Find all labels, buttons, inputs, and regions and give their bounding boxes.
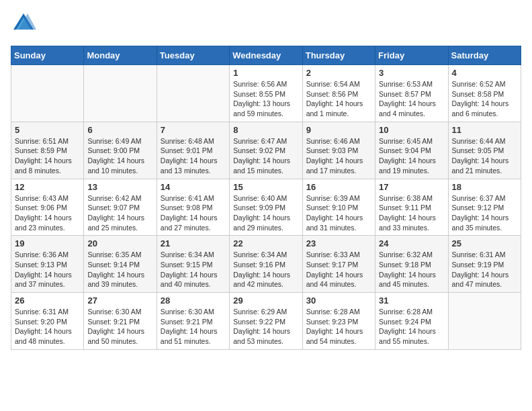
day-info: Sunrise: 6:38 AM Sunset: 9:11 PM Dayligh…	[379, 193, 444, 233]
calendar-cell: 3Sunrise: 6:53 AM Sunset: 8:57 PM Daylig…	[375, 65, 448, 122]
day-number: 28	[161, 295, 226, 306]
day-info: Sunrise: 6:56 AM Sunset: 8:55 PM Dayligh…	[233, 79, 298, 119]
day-info: Sunrise: 6:30 AM Sunset: 9:21 PM Dayligh…	[87, 307, 152, 347]
calendar-cell: 1Sunrise: 6:56 AM Sunset: 8:55 PM Daylig…	[230, 65, 302, 122]
column-header-friday: Friday	[375, 46, 448, 65]
day-info: Sunrise: 6:41 AM Sunset: 9:08 PM Dayligh…	[161, 193, 226, 233]
calendar-week-row: 19Sunrise: 6:36 AM Sunset: 9:13 PM Dayli…	[11, 236, 521, 293]
calendar-cell: 24Sunrise: 6:32 AM Sunset: 9:18 PM Dayli…	[375, 236, 448, 293]
day-info: Sunrise: 6:51 AM Sunset: 8:59 PM Dayligh…	[15, 136, 80, 176]
day-number: 2	[306, 68, 371, 78]
day-info: Sunrise: 6:39 AM Sunset: 9:10 PM Dayligh…	[306, 193, 371, 233]
calendar-cell: 26Sunrise: 6:31 AM Sunset: 9:20 PM Dayli…	[11, 293, 84, 350]
column-header-monday: Monday	[84, 46, 157, 65]
day-number: 10	[379, 125, 444, 135]
day-number: 24	[379, 238, 444, 248]
column-header-tuesday: Tuesday	[157, 46, 229, 65]
calendar-header-row: SundayMondayTuesdayWednesdayThursdayFrid…	[11, 46, 521, 65]
day-number: 31	[379, 295, 444, 306]
calendar-cell: 17Sunrise: 6:38 AM Sunset: 9:11 PM Dayli…	[375, 179, 448, 236]
day-number: 6	[87, 125, 152, 135]
day-number: 16	[306, 182, 371, 192]
logo-icon	[11, 11, 36, 36]
day-number: 15	[233, 182, 298, 192]
calendar-week-row: 1Sunrise: 6:56 AM Sunset: 8:55 PM Daylig…	[11, 65, 521, 122]
day-number: 29	[233, 295, 298, 306]
calendar-cell: 15Sunrise: 6:40 AM Sunset: 9:09 PM Dayli…	[230, 179, 302, 236]
calendar-body: 1Sunrise: 6:56 AM Sunset: 8:55 PM Daylig…	[11, 65, 521, 350]
day-number: 3	[379, 68, 444, 78]
day-info: Sunrise: 6:31 AM Sunset: 9:19 PM Dayligh…	[452, 250, 517, 289]
calendar-cell: 31Sunrise: 6:28 AM Sunset: 9:24 PM Dayli…	[375, 293, 448, 350]
day-info: Sunrise: 6:37 AM Sunset: 9:12 PM Dayligh…	[452, 193, 517, 233]
day-info: Sunrise: 6:53 AM Sunset: 8:57 PM Dayligh…	[379, 79, 444, 119]
day-info: Sunrise: 6:54 AM Sunset: 8:56 PM Dayligh…	[306, 79, 371, 119]
day-info: Sunrise: 6:33 AM Sunset: 9:17 PM Dayligh…	[306, 250, 371, 289]
calendar-cell: 27Sunrise: 6:30 AM Sunset: 9:21 PM Dayli…	[84, 293, 157, 350]
day-info: Sunrise: 6:42 AM Sunset: 9:07 PM Dayligh…	[87, 193, 152, 233]
day-number: 26	[15, 295, 80, 306]
calendar-cell: 2Sunrise: 6:54 AM Sunset: 8:56 PM Daylig…	[302, 65, 375, 122]
day-number: 19	[15, 238, 80, 248]
calendar-cell: 4Sunrise: 6:52 AM Sunset: 8:58 PM Daylig…	[448, 65, 521, 122]
calendar-cell	[448, 293, 521, 350]
day-info: Sunrise: 6:29 AM Sunset: 9:22 PM Dayligh…	[233, 307, 298, 347]
day-number: 22	[233, 238, 298, 248]
day-info: Sunrise: 6:52 AM Sunset: 8:58 PM Dayligh…	[452, 79, 517, 119]
day-number: 27	[87, 295, 152, 306]
day-info: Sunrise: 6:49 AM Sunset: 9:00 PM Dayligh…	[87, 136, 152, 176]
day-number: 8	[233, 125, 298, 135]
day-number: 21	[161, 238, 226, 248]
calendar-cell	[157, 65, 229, 122]
column-header-saturday: Saturday	[448, 46, 521, 65]
day-info: Sunrise: 6:48 AM Sunset: 9:01 PM Dayligh…	[161, 136, 226, 176]
calendar-week-row: 12Sunrise: 6:43 AM Sunset: 9:06 PM Dayli…	[11, 179, 521, 236]
calendar-cell: 16Sunrise: 6:39 AM Sunset: 9:10 PM Dayli…	[302, 179, 375, 236]
calendar-cell: 5Sunrise: 6:51 AM Sunset: 8:59 PM Daylig…	[11, 122, 84, 179]
day-info: Sunrise: 6:30 AM Sunset: 9:21 PM Dayligh…	[161, 307, 226, 347]
calendar-week-row: 5Sunrise: 6:51 AM Sunset: 8:59 PM Daylig…	[11, 122, 521, 179]
day-info: Sunrise: 6:28 AM Sunset: 9:24 PM Dayligh…	[379, 307, 444, 347]
calendar-cell: 28Sunrise: 6:30 AM Sunset: 9:21 PM Dayli…	[157, 293, 229, 350]
day-number: 12	[15, 182, 80, 192]
day-number: 13	[87, 182, 152, 192]
day-info: Sunrise: 6:40 AM Sunset: 9:09 PM Dayligh…	[233, 193, 298, 233]
calendar-table: SundayMondayTuesdayWednesdayThursdayFrid…	[11, 46, 521, 350]
calendar-cell: 9Sunrise: 6:46 AM Sunset: 9:03 PM Daylig…	[302, 122, 375, 179]
calendar-cell: 22Sunrise: 6:34 AM Sunset: 9:16 PM Dayli…	[230, 236, 302, 293]
calendar-cell: 8Sunrise: 6:47 AM Sunset: 9:02 PM Daylig…	[230, 122, 302, 179]
calendar-cell: 19Sunrise: 6:36 AM Sunset: 9:13 PM Dayli…	[11, 236, 84, 293]
column-header-thursday: Thursday	[302, 46, 375, 65]
calendar-cell: 18Sunrise: 6:37 AM Sunset: 9:12 PM Dayli…	[448, 179, 521, 236]
day-info: Sunrise: 6:35 AM Sunset: 9:14 PM Dayligh…	[87, 250, 152, 289]
day-number: 1	[233, 68, 298, 78]
day-number: 11	[452, 125, 517, 135]
calendar-cell: 12Sunrise: 6:43 AM Sunset: 9:06 PM Dayli…	[11, 179, 84, 236]
day-number: 20	[87, 238, 152, 248]
calendar-cell: 23Sunrise: 6:33 AM Sunset: 9:17 PM Dayli…	[302, 236, 375, 293]
day-number: 18	[452, 182, 517, 192]
day-info: Sunrise: 6:34 AM Sunset: 9:16 PM Dayligh…	[233, 250, 298, 289]
calendar-cell	[11, 65, 84, 122]
column-header-sunday: Sunday	[11, 46, 84, 65]
day-number: 9	[306, 125, 371, 135]
day-number: 4	[452, 68, 517, 78]
calendar-week-row: 26Sunrise: 6:31 AM Sunset: 9:20 PM Dayli…	[11, 293, 521, 350]
day-info: Sunrise: 6:34 AM Sunset: 9:15 PM Dayligh…	[161, 250, 226, 289]
calendar-cell: 20Sunrise: 6:35 AM Sunset: 9:14 PM Dayli…	[84, 236, 157, 293]
calendar-cell: 21Sunrise: 6:34 AM Sunset: 9:15 PM Dayli…	[157, 236, 229, 293]
calendar-cell: 25Sunrise: 6:31 AM Sunset: 9:19 PM Dayli…	[448, 236, 521, 293]
day-number: 23	[306, 238, 371, 248]
day-number: 25	[452, 238, 517, 248]
day-info: Sunrise: 6:47 AM Sunset: 9:02 PM Dayligh…	[233, 136, 298, 176]
calendar-cell: 30Sunrise: 6:28 AM Sunset: 9:23 PM Dayli…	[302, 293, 375, 350]
calendar-cell: 13Sunrise: 6:42 AM Sunset: 9:07 PM Dayli…	[84, 179, 157, 236]
calendar-cell: 10Sunrise: 6:45 AM Sunset: 9:04 PM Dayli…	[375, 122, 448, 179]
day-info: Sunrise: 6:32 AM Sunset: 9:18 PM Dayligh…	[379, 250, 444, 289]
day-number: 14	[161, 182, 226, 192]
day-info: Sunrise: 6:36 AM Sunset: 9:13 PM Dayligh…	[15, 250, 80, 289]
calendar-cell	[84, 65, 157, 122]
calendar-cell: 14Sunrise: 6:41 AM Sunset: 9:08 PM Dayli…	[157, 179, 229, 236]
day-number: 7	[161, 125, 226, 135]
day-info: Sunrise: 6:45 AM Sunset: 9:04 PM Dayligh…	[379, 136, 444, 176]
